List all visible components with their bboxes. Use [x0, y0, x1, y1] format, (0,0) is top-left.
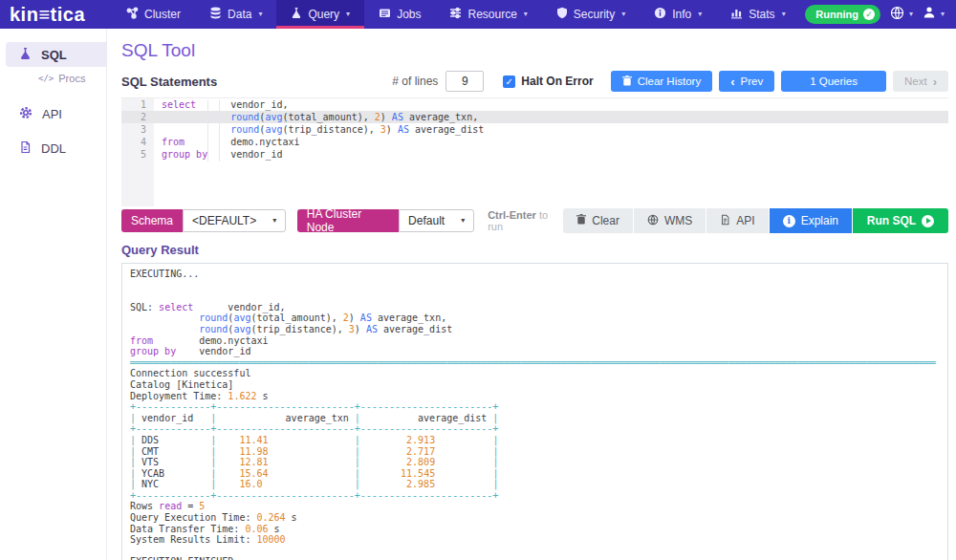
chevron-down-icon: ▾: [909, 11, 913, 18]
editor-line[interactable]: 1select vendor_id,: [121, 98, 948, 111]
main-content: SQL Tool SQL Statements # of lines ✓ Hal…: [108, 29, 956, 560]
clear-history-button[interactable]: Clear History: [611, 71, 712, 92]
database-icon: [209, 7, 222, 22]
console-line: +-------------+------------------------+…: [130, 401, 940, 413]
console-line: from demo.nyctaxi: [130, 335, 940, 347]
console-line: Connection successful: [130, 368, 940, 379]
run-sql-button[interactable]: Run SQL: [853, 208, 948, 233]
chevron-down-icon: ▾: [698, 11, 702, 18]
explain-button[interactable]: i Explain: [770, 208, 852, 233]
next-button[interactable]: Next ›: [893, 71, 948, 92]
api-button[interactable]: API: [706, 208, 768, 233]
console-line: SQL: select vendor_id,: [130, 302, 940, 313]
gear-icon: [19, 106, 33, 122]
chevron-down-icon: ▾: [461, 217, 465, 225]
nav-item-query[interactable]: Query ▾: [276, 0, 364, 29]
left-sidebar: SQL </> Procs API DDL: [0, 29, 107, 560]
console-line: [130, 546, 940, 557]
nav-item-data[interactable]: Data ▾: [195, 0, 276, 29]
console-line: [130, 291, 940, 302]
schema-select[interactable]: <DEFAULT> ▾: [183, 209, 286, 232]
nav-item-cluster[interactable]: Cluster: [112, 0, 195, 29]
console-line: group by vendor_id: [130, 346, 940, 357]
shield-icon: [556, 7, 568, 22]
console-line: +-------------+------------------------+…: [130, 423, 940, 435]
clear-button[interactable]: Clear: [563, 208, 633, 233]
play-icon: [922, 215, 934, 227]
nav-item-jobs[interactable]: Jobs: [364, 0, 435, 29]
editor-line[interactable]: 4from demo.nyctaxi: [121, 136, 948, 148]
wms-button[interactable]: WMS: [634, 208, 706, 233]
console-line: Deployment Time: 1.622 s: [130, 391, 940, 402]
halt-on-error-label: Halt On Error: [521, 75, 593, 88]
console-line: Rows read = 5: [130, 501, 940, 512]
prev-button[interactable]: ‹ Prev: [719, 71, 774, 92]
console-line: round(avg(total_amount), 2) AS average_t…: [130, 312, 940, 324]
cluster-icon: [126, 7, 139, 22]
console-line: +-------------+------------------------+…: [130, 490, 940, 502]
status-badge-running[interactable]: Running ✓: [805, 5, 880, 24]
globe-icon: [890, 6, 904, 24]
num-lines-label: # of lines: [392, 75, 438, 88]
query-result-title: Query Result: [121, 243, 948, 257]
jobs-icon: [379, 7, 391, 22]
flask-icon: [291, 7, 302, 22]
console-line: | DDS | 11.41 | 2.913 |: [130, 435, 940, 446]
console-line: | VTS | 12.81 | 2.809 |: [130, 457, 940, 468]
nav-item-stats[interactable]: Stats ▾: [716, 0, 799, 29]
ha-cluster-node-button[interactable]: HA Cluster Node: [297, 209, 399, 232]
chevron-down-icon: ▾: [346, 11, 350, 18]
language-menu[interactable]: ▾: [890, 6, 913, 24]
nav-item-info[interactable]: Info ▾: [640, 0, 716, 29]
halt-on-error-checkbox[interactable]: ✓: [503, 75, 515, 88]
chevron-down-icon: ▾: [941, 11, 945, 18]
sliders-icon: [449, 7, 462, 22]
info-icon: [654, 7, 666, 22]
trash-icon: [576, 214, 586, 227]
info-icon: i: [783, 215, 795, 227]
indent-guide: [219, 100, 220, 162]
console-line: System Results Limit: 10000: [130, 534, 940, 546]
code-icon: </>: [38, 74, 54, 83]
sidebar-item-procs[interactable]: </> Procs: [38, 69, 106, 88]
trash-icon: [622, 75, 632, 88]
editor-line[interactable]: 5group by vendor_id: [121, 148, 948, 161]
schema-button[interactable]: Schema: [121, 209, 183, 232]
sidebar-item-ddl[interactable]: DDL: [6, 136, 106, 161]
console-line: round(avg(trip_distance), 3) AS average_…: [130, 324, 940, 335]
kinetica-logo[interactable]: kin≡tica: [0, 0, 112, 29]
console-line: Catalog [Kinetica]: [130, 379, 940, 391]
chevron-down-icon: ▾: [272, 217, 276, 225]
nav-item-resource[interactable]: Resource ▾: [435, 0, 541, 29]
sql-statements-title: SQL Statements: [121, 75, 217, 89]
sidebar-item-api[interactable]: API: [6, 101, 106, 126]
user-menu[interactable]: ▾: [923, 6, 945, 23]
console-line: | CMT | 11.98 | 2.717 |: [130, 446, 940, 458]
console-line: Data Transfer Time: 0.06 s: [130, 524, 940, 535]
console-line: | YCAB | 15.64 | 11.545 |: [130, 468, 940, 480]
chevron-down-icon: ▾: [524, 11, 528, 18]
api-doc-icon: [720, 214, 730, 228]
console-line: [130, 280, 940, 291]
indent-guide: [207, 100, 208, 162]
console-line: EXECUTION FINISHED: [130, 556, 940, 560]
sql-editor[interactable]: 1select vendor_id,2 round(avg(total_amou…: [121, 97, 948, 206]
check-circle-icon: ✓: [863, 9, 875, 20]
stats-icon: [730, 7, 743, 22]
file-icon: [19, 140, 32, 157]
queries-button[interactable]: 1 Queries: [781, 71, 886, 92]
editor-line[interactable]: 2 round(avg(total_amount), 2) AS average…: [121, 111, 948, 123]
editor-line[interactable]: 3 round(avg(trip_distance), 3) AS averag…: [121, 123, 948, 136]
user-icon: [923, 6, 936, 23]
console-line: | NYC | 16.0 | 2.985 |: [130, 479, 940, 490]
console-line: ════════════════════════════════════════…: [130, 357, 940, 369]
chevron-left-icon: ‹: [730, 75, 734, 88]
ha-node-select[interactable]: Default ▾: [399, 209, 474, 232]
sidebar-item-sql[interactable]: SQL: [6, 42, 106, 67]
chevron-down-icon: ▾: [782, 11, 786, 18]
flask-icon: [19, 47, 32, 63]
num-lines-input[interactable]: [445, 71, 484, 92]
chevron-right-icon: ›: [933, 75, 937, 88]
nav-item-security[interactable]: Security ▾: [542, 0, 640, 29]
console-line: EXECUTING...: [130, 269, 940, 280]
